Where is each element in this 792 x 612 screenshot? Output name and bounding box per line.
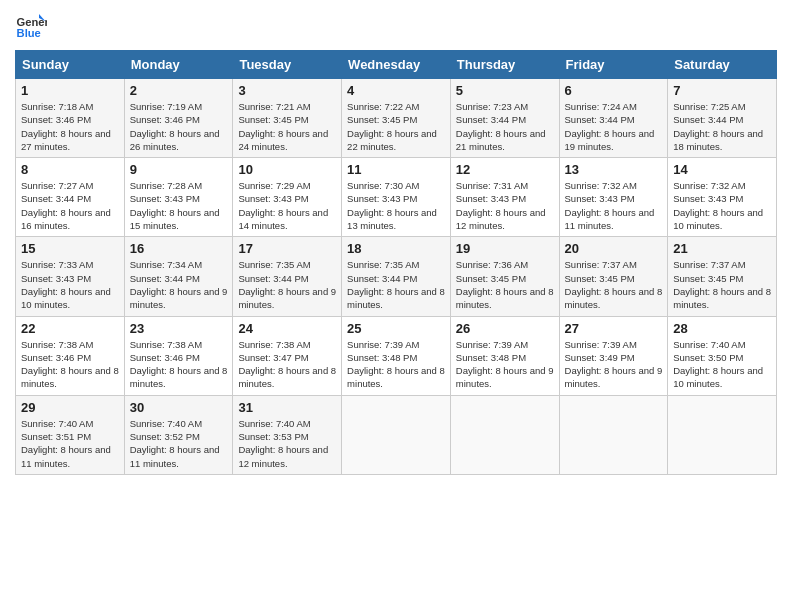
day-info: Sunrise: 7:40 AM Sunset: 3:52 PM Dayligh… — [130, 417, 228, 470]
sunset-label: Sunset: 3:43 PM — [565, 193, 635, 204]
calendar-cell: 13 Sunrise: 7:32 AM Sunset: 3:43 PM Dayl… — [559, 158, 668, 237]
day-number: 28 — [673, 321, 771, 336]
sunset-label: Sunset: 3:45 PM — [238, 114, 308, 125]
sunrise-label: Sunrise: 7:32 AM — [673, 180, 745, 191]
calendar-cell: 16 Sunrise: 7:34 AM Sunset: 3:44 PM Dayl… — [124, 237, 233, 316]
day-number: 26 — [456, 321, 554, 336]
calendar-cell: 6 Sunrise: 7:24 AM Sunset: 3:44 PM Dayli… — [559, 79, 668, 158]
calendar-cell: 3 Sunrise: 7:21 AM Sunset: 3:45 PM Dayli… — [233, 79, 342, 158]
day-info: Sunrise: 7:37 AM Sunset: 3:45 PM Dayligh… — [673, 258, 771, 311]
day-info: Sunrise: 7:24 AM Sunset: 3:44 PM Dayligh… — [565, 100, 663, 153]
calendar-cell: 9 Sunrise: 7:28 AM Sunset: 3:43 PM Dayli… — [124, 158, 233, 237]
day-info: Sunrise: 7:22 AM Sunset: 3:45 PM Dayligh… — [347, 100, 445, 153]
sunrise-label: Sunrise: 7:25 AM — [673, 101, 745, 112]
daylight-label: Daylight: 8 hours and 24 minutes. — [238, 128, 328, 152]
sunset-label: Sunset: 3:47 PM — [238, 352, 308, 363]
daylight-label: Daylight: 8 hours and 26 minutes. — [130, 128, 220, 152]
sunrise-label: Sunrise: 7:38 AM — [21, 339, 93, 350]
calendar-cell — [342, 395, 451, 474]
day-info: Sunrise: 7:38 AM Sunset: 3:46 PM Dayligh… — [21, 338, 119, 391]
calendar-cell: 28 Sunrise: 7:40 AM Sunset: 3:50 PM Dayl… — [668, 316, 777, 395]
sunset-label: Sunset: 3:52 PM — [130, 431, 200, 442]
day-number: 18 — [347, 241, 445, 256]
sunrise-label: Sunrise: 7:35 AM — [238, 259, 310, 270]
sunrise-label: Sunrise: 7:21 AM — [238, 101, 310, 112]
day-info: Sunrise: 7:29 AM Sunset: 3:43 PM Dayligh… — [238, 179, 336, 232]
calendar-cell: 14 Sunrise: 7:32 AM Sunset: 3:43 PM Dayl… — [668, 158, 777, 237]
day-number: 13 — [565, 162, 663, 177]
daylight-label: Daylight: 8 hours and 18 minutes. — [673, 128, 763, 152]
day-info: Sunrise: 7:31 AM Sunset: 3:43 PM Dayligh… — [456, 179, 554, 232]
sunrise-label: Sunrise: 7:36 AM — [456, 259, 528, 270]
sunrise-label: Sunrise: 7:29 AM — [238, 180, 310, 191]
sunset-label: Sunset: 3:44 PM — [21, 193, 91, 204]
sunrise-label: Sunrise: 7:33 AM — [21, 259, 93, 270]
weekday-header-tuesday: Tuesday — [233, 51, 342, 79]
sunrise-label: Sunrise: 7:31 AM — [456, 180, 528, 191]
sunrise-label: Sunrise: 7:18 AM — [21, 101, 93, 112]
day-info: Sunrise: 7:23 AM Sunset: 3:44 PM Dayligh… — [456, 100, 554, 153]
calendar-week-1: 1 Sunrise: 7:18 AM Sunset: 3:46 PM Dayli… — [16, 79, 777, 158]
day-number: 7 — [673, 83, 771, 98]
calendar-cell: 11 Sunrise: 7:30 AM Sunset: 3:43 PM Dayl… — [342, 158, 451, 237]
daylight-label: Daylight: 8 hours and 15 minutes. — [130, 207, 220, 231]
weekday-header-wednesday: Wednesday — [342, 51, 451, 79]
calendar-cell: 12 Sunrise: 7:31 AM Sunset: 3:43 PM Dayl… — [450, 158, 559, 237]
day-info: Sunrise: 7:36 AM Sunset: 3:45 PM Dayligh… — [456, 258, 554, 311]
day-number: 2 — [130, 83, 228, 98]
calendar-cell: 26 Sunrise: 7:39 AM Sunset: 3:48 PM Dayl… — [450, 316, 559, 395]
day-number: 31 — [238, 400, 336, 415]
sunrise-label: Sunrise: 7:30 AM — [347, 180, 419, 191]
sunset-label: Sunset: 3:45 PM — [565, 273, 635, 284]
daylight-label: Daylight: 8 hours and 8 minutes. — [565, 286, 663, 310]
day-info: Sunrise: 7:39 AM Sunset: 3:48 PM Dayligh… — [456, 338, 554, 391]
svg-text:Blue: Blue — [17, 27, 41, 39]
calendar-cell: 30 Sunrise: 7:40 AM Sunset: 3:52 PM Dayl… — [124, 395, 233, 474]
sunset-label: Sunset: 3:46 PM — [21, 352, 91, 363]
sunrise-label: Sunrise: 7:35 AM — [347, 259, 419, 270]
daylight-label: Daylight: 8 hours and 9 minutes. — [456, 365, 554, 389]
sunset-label: Sunset: 3:46 PM — [130, 114, 200, 125]
daylight-label: Daylight: 8 hours and 10 minutes. — [673, 365, 763, 389]
sunset-label: Sunset: 3:51 PM — [21, 431, 91, 442]
daylight-label: Daylight: 8 hours and 10 minutes. — [673, 207, 763, 231]
sunset-label: Sunset: 3:45 PM — [347, 114, 417, 125]
daylight-label: Daylight: 8 hours and 8 minutes. — [347, 286, 445, 310]
day-number: 24 — [238, 321, 336, 336]
daylight-label: Daylight: 8 hours and 11 minutes. — [21, 444, 111, 468]
day-info: Sunrise: 7:35 AM Sunset: 3:44 PM Dayligh… — [238, 258, 336, 311]
daylight-label: Daylight: 8 hours and 22 minutes. — [347, 128, 437, 152]
sunset-label: Sunset: 3:44 PM — [347, 273, 417, 284]
logo-icon: General Blue — [15, 10, 47, 42]
daylight-label: Daylight: 8 hours and 19 minutes. — [565, 128, 655, 152]
daylight-label: Daylight: 8 hours and 8 minutes. — [456, 286, 554, 310]
sunrise-label: Sunrise: 7:23 AM — [456, 101, 528, 112]
daylight-label: Daylight: 8 hours and 11 minutes. — [565, 207, 655, 231]
sunset-label: Sunset: 3:43 PM — [456, 193, 526, 204]
day-number: 17 — [238, 241, 336, 256]
day-info: Sunrise: 7:28 AM Sunset: 3:43 PM Dayligh… — [130, 179, 228, 232]
daylight-label: Daylight: 8 hours and 8 minutes. — [673, 286, 771, 310]
daylight-label: Daylight: 8 hours and 11 minutes. — [130, 444, 220, 468]
daylight-label: Daylight: 8 hours and 8 minutes. — [130, 365, 228, 389]
day-number: 12 — [456, 162, 554, 177]
day-info: Sunrise: 7:38 AM Sunset: 3:47 PM Dayligh… — [238, 338, 336, 391]
day-info: Sunrise: 7:25 AM Sunset: 3:44 PM Dayligh… — [673, 100, 771, 153]
calendar-cell: 4 Sunrise: 7:22 AM Sunset: 3:45 PM Dayli… — [342, 79, 451, 158]
sunrise-label: Sunrise: 7:32 AM — [565, 180, 637, 191]
sunrise-label: Sunrise: 7:40 AM — [238, 418, 310, 429]
weekday-header-sunday: Sunday — [16, 51, 125, 79]
sunrise-label: Sunrise: 7:39 AM — [565, 339, 637, 350]
day-number: 21 — [673, 241, 771, 256]
sunset-label: Sunset: 3:44 PM — [238, 273, 308, 284]
calendar-cell: 5 Sunrise: 7:23 AM Sunset: 3:44 PM Dayli… — [450, 79, 559, 158]
day-number: 8 — [21, 162, 119, 177]
day-info: Sunrise: 7:27 AM Sunset: 3:44 PM Dayligh… — [21, 179, 119, 232]
calendar-cell: 18 Sunrise: 7:35 AM Sunset: 3:44 PM Dayl… — [342, 237, 451, 316]
sunset-label: Sunset: 3:48 PM — [456, 352, 526, 363]
sunrise-label: Sunrise: 7:40 AM — [21, 418, 93, 429]
daylight-label: Daylight: 8 hours and 21 minutes. — [456, 128, 546, 152]
day-info: Sunrise: 7:33 AM Sunset: 3:43 PM Dayligh… — [21, 258, 119, 311]
day-number: 15 — [21, 241, 119, 256]
calendar-cell: 10 Sunrise: 7:29 AM Sunset: 3:43 PM Dayl… — [233, 158, 342, 237]
